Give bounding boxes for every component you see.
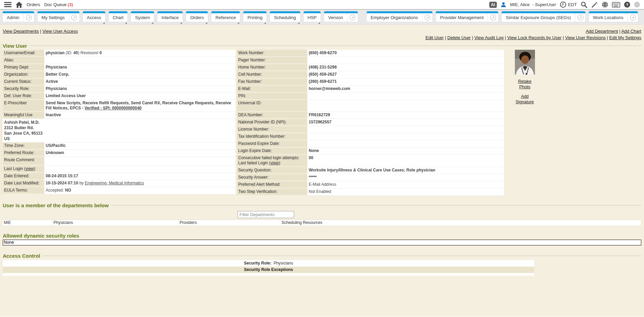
tab-employer-organizations[interactable]: Employer Organizations↗ — [367, 11, 433, 22]
field-row: Two Step Verification:Not Enabled — [237, 188, 504, 195]
field-value: 00 — [307, 154, 504, 167]
tab-label: Employer Organizations — [367, 14, 422, 22]
view-user-heading: View User — [3, 43, 641, 49]
text-segment: Preferred Alert Method: — [238, 182, 280, 187]
link-view-departments[interactable]: View Departments — [3, 29, 39, 34]
link-view[interactable]: view — [26, 166, 34, 171]
tab-version[interactable]: Version↗ — [324, 11, 357, 22]
tab-interface[interactable]: Interface — [157, 11, 183, 22]
address-block: Ashish Patel, M.D.2312 Butler Rd.San Jos… — [3, 119, 235, 142]
external-link-icon[interactable]: ↗ — [69, 13, 79, 22]
external-link-icon[interactable]: ↗ — [575, 13, 585, 22]
tab-work-locations[interactable]: Work Locations↗ — [589, 11, 638, 22]
tab-chart[interactable]: Chart — [109, 11, 128, 22]
link-add-chart[interactable]: Add Chart — [621, 29, 641, 34]
field-label: Primary Dept: — [3, 64, 44, 71]
separator: | — [504, 35, 507, 40]
external-link-icon[interactable]: ↗ — [488, 13, 498, 22]
magic-wand-icon[interactable] — [591, 1, 598, 8]
link-verified-spi-0000000000040[interactable]: Verified - SPI: 0000000000040 — [85, 106, 141, 110]
keyboard-icon[interactable] — [612, 2, 620, 7]
tab-label: System — [131, 14, 154, 22]
link-engineering-medical-informatics[interactable]: Engineering, Medical Informatics — [85, 181, 144, 185]
external-link-icon[interactable]: ↗ — [627, 13, 638, 22]
tab-printing[interactable]: Printing — [243, 11, 266, 22]
clock-icon[interactable] — [560, 1, 566, 8]
field-row: Route Comment: — [3, 156, 235, 165]
top-links-left: View Departments | View User Access — [3, 29, 78, 34]
link-edit-user[interactable]: Edit User — [426, 35, 444, 40]
tab-hsp[interactable]: HSP — [304, 11, 321, 22]
dropdown-fold-icon — [152, 22, 153, 24]
tab-access[interactable]: Access — [83, 11, 105, 22]
globe-icon[interactable] — [602, 1, 608, 8]
link-view-user-revisions[interactable]: View User Revisions — [565, 35, 605, 40]
link-delete-user[interactable]: Delete User — [447, 35, 471, 40]
home-icon[interactable] — [16, 2, 22, 8]
link-view-user-access[interactable]: View User Access — [43, 29, 78, 34]
field-value: 10-15-2024 07:10 by Engineering, Medical… — [44, 180, 235, 187]
link-view[interactable]: view — [271, 161, 279, 165]
text-segment: physician — [46, 50, 64, 55]
link-edit-my-settings[interactable]: Edit My Settings — [609, 35, 641, 40]
text-segment: Last Login ( — [4, 166, 26, 171]
field-label: Date Last Modified: — [3, 180, 44, 187]
tab-reference[interactable]: Reference — [211, 11, 240, 22]
status-indicator-circle[interactable] — [634, 2, 640, 7]
field-row: Ashish Patel, M.D.2312 Butler Rd.San Jos… — [3, 119, 235, 142]
link-view-lock-records-by-user[interactable]: View Lock Records by User — [507, 35, 561, 40]
help-icon[interactable]: ? — [624, 1, 630, 8]
text-segment: (650) 459-2627 — [309, 72, 337, 77]
external-link-icon[interactable]: ↗ — [347, 13, 358, 22]
external-link-icon[interactable]: ↗ — [422, 13, 432, 22]
field-value: Not Enabled — [307, 188, 504, 195]
tab-admin[interactable]: Admin↗ — [3, 11, 34, 22]
tab-similar-exposure-groups-segs[interactable]: Similar Exposure Groups (SEGs)↗ — [502, 11, 585, 22]
breadcrumb-orders[interactable]: Orders — [27, 2, 40, 7]
departments-section: User is a member of the departments belo… — [3, 202, 641, 226]
field-row: E-PrescriberSend New Scripts, Receive Re… — [3, 100, 235, 111]
tab-label: HSP — [304, 14, 321, 22]
field-label: Work Number: — [237, 50, 307, 57]
text-segment: (408) 231-5298 — [309, 65, 337, 70]
external-link-icon[interactable]: ↗ — [24, 13, 34, 22]
doc-queue-count: (3) — [68, 2, 73, 7]
breadcrumb-doc-queue[interactable]: Doc Queue(3) — [44, 2, 73, 7]
field-label: Route Comment: — [3, 156, 44, 165]
field-value — [44, 57, 235, 64]
field-value: Send New Scripts, Receive Refill Request… — [44, 100, 235, 111]
tab-system[interactable]: System — [131, 11, 154, 22]
link-add-department[interactable]: Add Department — [586, 29, 618, 34]
user-menu[interactable]: MIE, Alice - SuperUser — [510, 2, 556, 7]
doc-queue-label: Doc Queue — [44, 2, 67, 7]
tab-label: Similar Exposure Groups (SEGs) — [502, 14, 575, 22]
retake-photo-link[interactable]: Retake Photo — [514, 79, 536, 90]
field-value: FR6162729 — [307, 111, 504, 119]
field-label: Cell Number: — [237, 71, 307, 78]
tab-label: Version — [324, 14, 347, 22]
tab-scheduling[interactable]: Scheduling — [270, 11, 300, 22]
filter-departments-input[interactable] — [237, 211, 294, 218]
ai-badge[interactable]: AI — [489, 2, 497, 8]
security-role-label: Security Role: — [244, 261, 272, 266]
link-view-audit-log[interactable]: View Audit Log — [474, 35, 504, 40]
add-signature-link[interactable]: Add Signature — [514, 94, 536, 105]
dropdown-fold-icon — [180, 22, 182, 24]
field-label: Alias: — [3, 57, 44, 64]
text-segment: US/Pacific — [46, 143, 66, 148]
field-value — [44, 156, 235, 165]
dropdown-fold-icon — [103, 22, 105, 24]
dynamic-roles-value: None — [3, 240, 641, 245]
photo-column: Retake Photo Add Signature — [508, 50, 541, 105]
text-segment: Worksite Injury/Illness & Clinical Care … — [309, 168, 435, 172]
tab-label: Admin — [3, 14, 24, 22]
tab-orders[interactable]: Orders — [186, 11, 208, 22]
field-value: physician (ID: 40) Revision# 0 — [44, 50, 235, 57]
text-segment: DEA Number: — [238, 112, 263, 117]
field-label: Preferred Alert Method: — [237, 181, 307, 188]
tab-provider-management[interactable]: Provider Management↗ — [436, 11, 498, 22]
text-segment: Username/Email: — [4, 50, 35, 55]
tab-my-settings[interactable]: My Settings↗ — [37, 11, 79, 22]
hamburger-menu-icon[interactable] — [4, 2, 12, 7]
search-icon[interactable] — [581, 1, 587, 8]
